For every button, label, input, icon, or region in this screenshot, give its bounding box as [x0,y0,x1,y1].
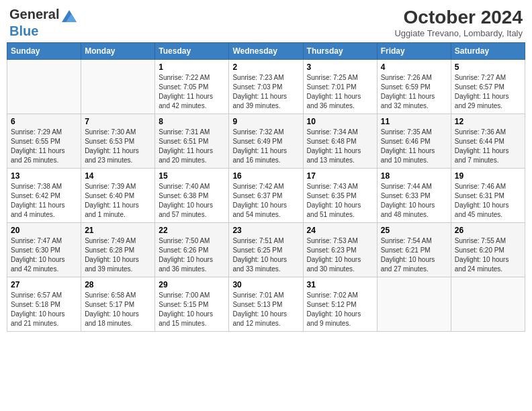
header-wednesday: Wednesday [229,43,303,60]
day-info: Sunrise: 7:44 AM Sunset: 6:33 PM Dayligh… [381,182,447,220]
calendar-cell [377,277,451,332]
calendar-cell: 22Sunrise: 7:50 AM Sunset: 6:26 PM Dayli… [155,223,229,277]
calendar-cell: 2Sunrise: 7:23 AM Sunset: 7:03 PM Daylig… [229,60,303,114]
calendar-cell: 1Sunrise: 7:22 AM Sunset: 7:05 PM Daylig… [155,60,229,114]
calendar-cell: 17Sunrise: 7:43 AM Sunset: 6:35 PM Dayli… [303,169,377,223]
day-number: 7 [85,117,151,126]
day-number: 10 [307,117,373,126]
logo-text: General [9,7,78,24]
day-info: Sunrise: 7:31 AM Sunset: 6:51 PM Dayligh… [159,128,225,165]
day-number: 6 [11,117,77,126]
day-info: Sunrise: 7:50 AM Sunset: 6:26 PM Dayligh… [159,236,225,274]
week-row-3: 13Sunrise: 7:38 AM Sunset: 6:42 PM Dayli… [7,169,525,223]
calendar-cell: 31Sunrise: 7:02 AM Sunset: 5:12 PM Dayli… [303,277,377,332]
calendar-cell: 20Sunrise: 7:47 AM Sunset: 6:30 PM Dayli… [7,223,81,277]
day-info: Sunrise: 7:36 AM Sunset: 6:44 PM Dayligh… [455,128,521,165]
day-info: Sunrise: 7:23 AM Sunset: 7:03 PM Dayligh… [232,73,299,111]
day-info: Sunrise: 7:02 AM Sunset: 5:12 PM Dayligh… [307,291,373,328]
calendar-cell: 25Sunrise: 7:54 AM Sunset: 6:21 PM Dayli… [377,223,451,277]
day-number: 16 [232,171,299,181]
day-number: 1 [159,62,225,72]
day-number: 18 [381,171,447,181]
day-number: 11 [381,117,447,126]
calendar-cell: 21Sunrise: 7:49 AM Sunset: 6:28 PM Dayli… [81,223,155,277]
month-title: October 2024 [394,7,523,28]
calendar-cell: 26Sunrise: 7:55 AM Sunset: 6:20 PM Dayli… [451,223,525,277]
day-info: Sunrise: 7:32 AM Sunset: 6:49 PM Dayligh… [232,128,299,165]
day-info: Sunrise: 7:51 AM Sunset: 6:25 PM Dayligh… [232,236,299,274]
day-info: Sunrise: 7:27 AM Sunset: 6:57 PM Dayligh… [455,73,521,111]
header-monday: Monday [81,43,155,60]
day-number: 24 [307,226,373,235]
day-number: 4 [381,62,447,72]
day-info: Sunrise: 7:46 AM Sunset: 6:31 PM Dayligh… [455,182,521,220]
day-number: 19 [455,171,521,181]
calendar-cell: 24Sunrise: 7:53 AM Sunset: 6:23 PM Dayli… [303,223,377,277]
day-info: Sunrise: 7:34 AM Sunset: 6:48 PM Dayligh… [307,128,373,165]
calendar-table: SundayMondayTuesdayWednesdayThursdayFrid… [7,42,525,332]
day-number: 17 [307,171,373,181]
calendar-cell: 29Sunrise: 7:00 AM Sunset: 5:15 PM Dayli… [155,277,229,332]
day-number: 13 [11,171,77,181]
day-info: Sunrise: 7:49 AM Sunset: 6:28 PM Dayligh… [85,236,151,274]
calendar-cell: 9Sunrise: 7:32 AM Sunset: 6:49 PM Daylig… [229,114,303,169]
calendar-cell: 12Sunrise: 7:36 AM Sunset: 6:44 PM Dayli… [451,114,525,169]
day-number: 22 [159,226,225,235]
day-number: 5 [455,62,521,72]
day-number: 15 [159,171,225,181]
day-info: Sunrise: 7:40 AM Sunset: 6:38 PM Dayligh… [159,182,225,220]
calendar-cell: 10Sunrise: 7:34 AM Sunset: 6:48 PM Dayli… [303,114,377,169]
day-info: Sunrise: 7:26 AM Sunset: 6:59 PM Dayligh… [381,73,447,111]
day-info: Sunrise: 7:47 AM Sunset: 6:30 PM Dayligh… [11,236,77,274]
calendar-cell: 8Sunrise: 7:31 AM Sunset: 6:51 PM Daylig… [155,114,229,169]
day-info: Sunrise: 7:39 AM Sunset: 6:40 PM Dayligh… [85,182,151,220]
calendar-cell: 6Sunrise: 7:29 AM Sunset: 6:55 PM Daylig… [7,114,81,169]
header-friday: Friday [377,43,451,60]
header-saturday: Saturday [451,43,525,60]
calendar-cell: 13Sunrise: 7:38 AM Sunset: 6:42 PM Dayli… [7,169,81,223]
day-info: Sunrise: 7:25 AM Sunset: 7:01 PM Dayligh… [307,73,373,111]
week-row-2: 6Sunrise: 7:29 AM Sunset: 6:55 PM Daylig… [7,114,525,169]
day-number: 27 [11,280,77,289]
calendar-cell: 28Sunrise: 6:58 AM Sunset: 5:17 PM Dayli… [81,277,155,332]
calendar-header-row: SundayMondayTuesdayWednesdayThursdayFrid… [7,43,525,60]
day-info: Sunrise: 7:54 AM Sunset: 6:21 PM Dayligh… [381,236,447,274]
day-number: 8 [159,117,225,126]
day-info: Sunrise: 7:29 AM Sunset: 6:55 PM Dayligh… [11,128,77,165]
calendar-cell: 3Sunrise: 7:25 AM Sunset: 7:01 PM Daylig… [303,60,377,114]
day-info: Sunrise: 7:43 AM Sunset: 6:35 PM Dayligh… [307,182,373,220]
title-block: October 2024 Uggiate Trevano, Lombardy, … [394,7,523,38]
day-number: 12 [455,117,521,126]
calendar-cell: 11Sunrise: 7:35 AM Sunset: 6:46 PM Dayli… [377,114,451,169]
calendar-cell: 16Sunrise: 7:42 AM Sunset: 6:37 PM Dayli… [229,169,303,223]
header-sunday: Sunday [7,43,81,60]
calendar-cell: 14Sunrise: 7:39 AM Sunset: 6:40 PM Dayli… [81,169,155,223]
location-subtitle: Uggiate Trevano, Lombardy, Italy [394,28,523,38]
day-info: Sunrise: 6:57 AM Sunset: 5:18 PM Dayligh… [11,291,77,328]
day-info: Sunrise: 7:00 AM Sunset: 5:15 PM Dayligh… [159,291,225,328]
day-info: Sunrise: 6:58 AM Sunset: 5:17 PM Dayligh… [85,291,151,328]
day-info: Sunrise: 7:22 AM Sunset: 7:05 PM Dayligh… [159,73,225,111]
day-info: Sunrise: 7:01 AM Sunset: 5:13 PM Dayligh… [232,291,299,328]
day-info: Sunrise: 7:30 AM Sunset: 6:53 PM Dayligh… [85,128,151,165]
day-number: 3 [307,62,373,72]
week-row-4: 20Sunrise: 7:47 AM Sunset: 6:30 PM Dayli… [7,223,525,277]
calendar-cell: 15Sunrise: 7:40 AM Sunset: 6:38 PM Dayli… [155,169,229,223]
calendar-cell [7,60,81,114]
day-number: 31 [307,280,373,289]
day-number: 28 [85,280,151,289]
day-number: 2 [232,62,299,72]
day-info: Sunrise: 7:55 AM Sunset: 6:20 PM Dayligh… [455,236,521,274]
page-header: General Blue October 2024 Uggiate Trevan… [7,7,525,38]
day-number: 26 [455,226,521,235]
day-number: 21 [85,226,151,235]
day-info: Sunrise: 7:35 AM Sunset: 6:46 PM Dayligh… [381,128,447,165]
logo-icon [60,7,78,24]
calendar-cell: 7Sunrise: 7:30 AM Sunset: 6:53 PM Daylig… [81,114,155,169]
week-row-1: 1Sunrise: 7:22 AM Sunset: 7:05 PM Daylig… [7,60,525,114]
day-info: Sunrise: 7:53 AM Sunset: 6:23 PM Dayligh… [307,236,373,274]
day-number: 20 [11,226,77,235]
calendar-cell: 30Sunrise: 7:01 AM Sunset: 5:13 PM Dayli… [229,277,303,332]
day-number: 25 [381,226,447,235]
day-number: 30 [232,280,299,289]
